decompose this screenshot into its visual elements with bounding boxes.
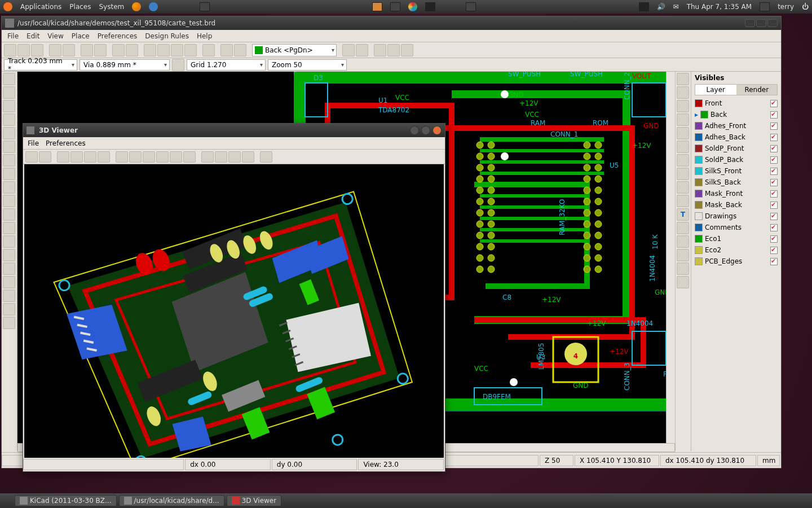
polar-icon[interactable] xyxy=(3,100,15,112)
ratsnest-icon[interactable] xyxy=(3,154,15,167)
v-up-icon[interactable] xyxy=(228,151,241,163)
layer-visible-checkbox[interactable] xyxy=(770,258,778,265)
add-dimension-icon[interactable] xyxy=(677,222,689,234)
pad-fill-icon[interactable] xyxy=(3,222,15,234)
units-mm-icon[interactable] xyxy=(3,127,15,139)
via-fill-icon[interactable] xyxy=(3,235,15,248)
zoom-combo[interactable]: Zoom 50 xyxy=(268,59,347,71)
add-circle-icon[interactable] xyxy=(677,181,689,194)
layer-visible-checkbox[interactable] xyxy=(770,156,778,164)
layer-visible-checkbox[interactable] xyxy=(770,122,778,130)
v-left-icon[interactable] xyxy=(201,151,214,163)
tray-icon[interactable] xyxy=(466,2,476,11)
mail-icon[interactable]: ✉ xyxy=(673,3,679,11)
window-titlebar[interactable]: /usr/local/kicad/share/demos/test_xil_95… xyxy=(2,16,781,30)
layer-row-soldp_front[interactable]: SoldP_Front xyxy=(695,143,778,154)
menu-system[interactable]: System xyxy=(99,3,124,11)
layer-row-mask_front[interactable]: Mask_Front xyxy=(695,188,778,199)
viewer-canvas[interactable] xyxy=(24,164,444,458)
plot-icon[interactable] xyxy=(126,44,138,56)
menu-preferences[interactable]: Preferences xyxy=(98,32,138,40)
add-keepout-icon[interactable] xyxy=(677,154,689,167)
add-zone-icon[interactable] xyxy=(677,141,689,153)
layer-row-silks_front[interactable]: SilkS_Front xyxy=(695,165,778,177)
auto-track-icon[interactable] xyxy=(172,59,184,71)
task-pcbnew[interactable]: /usr/local/kicad/share/d... xyxy=(119,495,224,506)
add-target-icon[interactable] xyxy=(677,235,689,248)
volume-icon[interactable]: 🔊 xyxy=(657,3,665,11)
v-copy-icon[interactable] xyxy=(39,151,51,163)
arrow-icon[interactable] xyxy=(677,73,689,85)
close-button[interactable] xyxy=(767,19,778,27)
add-arc-icon[interactable] xyxy=(677,195,689,207)
open-icon[interactable] xyxy=(17,44,30,56)
grid-combo[interactable]: Grid 1.270 xyxy=(187,59,266,71)
local-ratsnest-icon[interactable] xyxy=(677,100,689,112)
menu-applications[interactable]: Applications xyxy=(20,3,61,11)
add-track-icon[interactable] xyxy=(677,127,689,139)
layer-visible-checkbox[interactable] xyxy=(770,145,778,152)
menu-places[interactable]: Places xyxy=(69,3,91,11)
viewer-max-button[interactable] xyxy=(421,126,430,135)
layer-visible-checkbox[interactable] xyxy=(770,168,778,175)
menu-file[interactable]: File xyxy=(7,32,19,40)
v-rotx-neg-icon[interactable] xyxy=(116,151,128,163)
netlist-icon[interactable] xyxy=(220,44,233,56)
delete-icon[interactable] xyxy=(677,249,689,261)
track-width-combo[interactable]: Track 0.203 mm * xyxy=(4,59,77,71)
track-fill-icon[interactable] xyxy=(3,249,15,261)
vertical-scrollbar[interactable] xyxy=(666,72,675,443)
layer-row-soldp_back[interactable]: SoldP_Back xyxy=(695,154,778,165)
layer-visible-checkbox[interactable] xyxy=(770,134,778,141)
tab-render[interactable]: Render xyxy=(736,85,778,95)
user-icon[interactable] xyxy=(760,2,770,11)
page-icon[interactable] xyxy=(49,44,61,56)
cursor-shape-icon[interactable] xyxy=(3,141,15,153)
v-rotx-pos-icon[interactable] xyxy=(129,151,142,163)
viewer-close-button[interactable] xyxy=(433,126,442,135)
menu-place[interactable]: Place xyxy=(72,32,90,40)
zoom-redraw-icon[interactable] xyxy=(184,44,197,56)
layer-row-pcb_edges[interactable]: PCB_Edges xyxy=(695,256,778,267)
viewer-menu-file[interactable]: File xyxy=(28,139,39,147)
layer-visible-checkbox[interactable] xyxy=(770,213,778,220)
task-3dviewer[interactable]: 3D Viewer xyxy=(227,495,281,506)
grid-origin-icon[interactable] xyxy=(677,276,689,288)
menu-edit[interactable]: Edit xyxy=(27,32,39,40)
layer-visible-checkbox[interactable] xyxy=(770,235,778,243)
v-ortho-icon[interactable] xyxy=(260,151,272,163)
layer-row-eco2[interactable]: Eco2 xyxy=(695,244,778,256)
terminal-icon[interactable] xyxy=(425,2,435,11)
redo-icon[interactable] xyxy=(94,44,107,56)
undo-icon[interactable] xyxy=(81,44,93,56)
layer-visible-checkbox[interactable] xyxy=(770,190,778,198)
v-rotz-pos-icon[interactable] xyxy=(183,151,196,163)
minimize-button[interactable] xyxy=(745,19,755,27)
menu-design-rules[interactable]: Design Rules xyxy=(145,32,189,40)
user-name[interactable]: terry xyxy=(778,3,794,11)
layer-visible-checkbox[interactable] xyxy=(770,224,778,231)
layer-row-eco1[interactable]: Eco1 xyxy=(695,233,778,244)
zoom-out-icon[interactable] xyxy=(157,44,170,56)
grid-toggle-icon[interactable] xyxy=(3,86,15,99)
v-zoom-redraw-icon[interactable] xyxy=(98,151,110,163)
contrast-icon[interactable] xyxy=(3,262,15,275)
add-module-icon[interactable] xyxy=(677,113,689,126)
find-icon[interactable] xyxy=(202,44,215,56)
layer-visible-checkbox[interactable] xyxy=(770,111,778,119)
tablet-icon[interactable] xyxy=(639,2,649,11)
show-zones-outline-icon[interactable] xyxy=(3,208,15,221)
tray-app-icon[interactable] xyxy=(200,2,210,11)
extra-tool2-icon[interactable] xyxy=(3,317,15,329)
folder-icon[interactable] xyxy=(372,2,382,11)
layer-row-comments[interactable]: Comments xyxy=(695,222,778,233)
web-icon[interactable] xyxy=(374,44,386,56)
v-down-icon[interactable] xyxy=(242,151,254,163)
offset-icon[interactable] xyxy=(677,262,689,275)
calc-icon[interactable] xyxy=(390,2,400,11)
menu-view[interactable]: View xyxy=(47,32,63,40)
run-icon[interactable] xyxy=(401,44,413,56)
v-zoom-in-icon[interactable] xyxy=(57,151,69,163)
layer-row-drawings[interactable]: Drawings xyxy=(695,211,778,222)
viewer-min-button[interactable] xyxy=(410,126,419,135)
